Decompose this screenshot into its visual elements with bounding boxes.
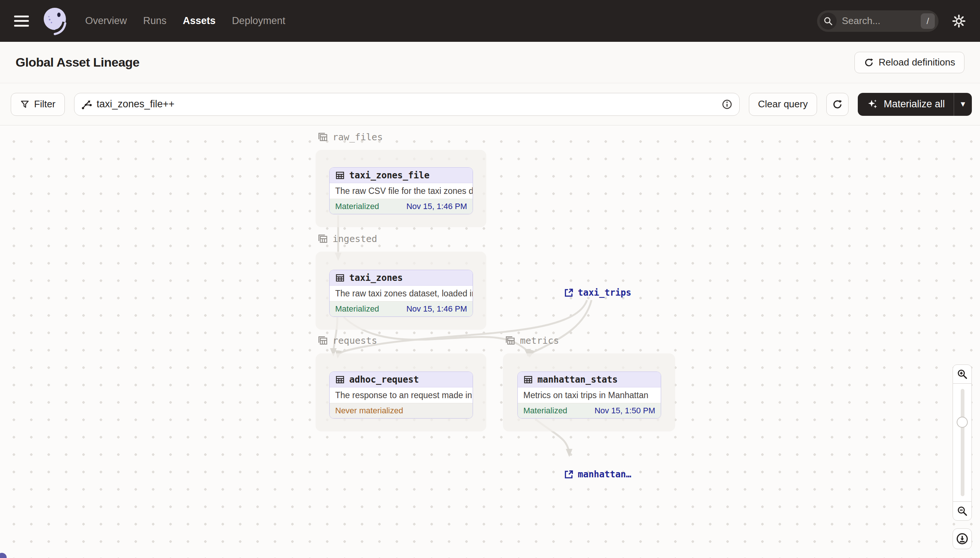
group-name: requests	[333, 335, 377, 346]
group-name: ingested	[333, 233, 377, 244]
nav-link-assets[interactable]: Assets	[183, 15, 216, 27]
group-table-icon	[317, 131, 328, 143]
asset-status: Materialized	[523, 406, 567, 415]
download-icon	[956, 532, 968, 545]
asset-timestamp: Nov 15, 1:46 PM	[406, 202, 467, 211]
search-input[interactable]	[837, 15, 921, 27]
external-link-icon	[564, 287, 574, 298]
top-navbar: Overview Runs Assets Deployment /	[0, 0, 980, 42]
external-asset-taxi-trips[interactable]: taxi_trips	[564, 287, 631, 298]
page-title: Global Asset Lineage	[16, 55, 140, 70]
asset-status-bar: Never materialized	[329, 403, 473, 418]
settings-button[interactable]	[952, 14, 966, 28]
asset-node-manhattan-stats[interactable]: manhattan_stats Metrics on taxi trips in…	[517, 371, 661, 419]
materialize-all-button[interactable]: Materialize all	[858, 93, 954, 116]
zoom-in-icon	[957, 369, 968, 380]
asset-node-adhoc-request[interactable]: adhoc_request The response to an request…	[329, 371, 473, 419]
funnel-icon	[20, 100, 30, 109]
lineage-canvas[interactable]: raw_files ingested requests metrics	[0, 125, 980, 558]
table-icon	[523, 375, 533, 384]
hamburger-menu-icon[interactable]	[14, 16, 29, 27]
group-label-metrics[interactable]: metrics	[504, 335, 559, 346]
materialize-all-split-button: Materialize all ▼	[858, 93, 972, 116]
asset-query-field[interactable]	[74, 93, 740, 116]
asset-name: taxi_zones_file	[349, 170, 430, 181]
download-image-button[interactable]	[953, 528, 972, 549]
external-asset-label: taxi_trips	[578, 287, 631, 298]
dagster-logo[interactable]	[40, 5, 70, 37]
zoom-slider-handle[interactable]	[957, 417, 968, 428]
asset-node-header: taxi_zones	[329, 270, 473, 286]
zoom-slider[interactable]	[953, 384, 972, 501]
clear-query-button[interactable]: Clear query	[749, 93, 817, 116]
table-icon	[335, 375, 345, 384]
group-table-icon	[504, 335, 516, 346]
asset-timestamp: Nov 15, 1:46 PM	[406, 304, 467, 314]
zoom-out-icon	[957, 505, 968, 517]
asset-status-bar: Materialized Nov 15, 1:46 PM	[329, 199, 473, 214]
zoom-out-button[interactable]	[953, 501, 972, 520]
asset-node-taxi-zones-file[interactable]: taxi_zones_file The raw CSV file for the…	[329, 167, 473, 214]
search-icon	[820, 13, 837, 30]
lineage-edges	[0, 125, 980, 558]
group-label-ingested[interactable]: ingested	[317, 233, 377, 244]
group-table-icon	[317, 335, 328, 346]
group-label-raw-files[interactable]: raw_files	[317, 131, 382, 143]
asset-name: taxi_zones	[349, 273, 403, 283]
table-icon	[335, 171, 345, 180]
group-name: metrics	[520, 335, 559, 346]
global-search[interactable]: /	[817, 10, 939, 32]
asset-description: The response to an request made in th...	[329, 387, 473, 403]
refresh-icon	[864, 57, 874, 68]
reload-definitions-label: Reload definitions	[878, 57, 955, 68]
nav-link-deployment[interactable]: Deployment	[232, 15, 285, 27]
external-asset-manhattan[interactable]: manhattan…	[564, 469, 631, 479]
materialize-all-label: Materialize all	[884, 98, 945, 110]
refresh-graph-button[interactable]	[826, 93, 848, 116]
nav-link-runs[interactable]: Runs	[143, 15, 167, 27]
asset-query-input[interactable]	[97, 98, 717, 110]
dagster-logo-icon	[40, 5, 70, 37]
asset-timestamp: Nov 15, 1:50 PM	[595, 406, 655, 415]
info-icon[interactable]	[721, 99, 733, 110]
group-label-requests[interactable]: requests	[317, 335, 377, 346]
sparkles-icon	[867, 98, 878, 110]
asset-status: Materialized	[335, 304, 379, 314]
search-shortcut-badge: /	[921, 13, 935, 29]
asset-description: The raw taxi zones dataset, loaded int..…	[329, 286, 473, 301]
asset-node-header: taxi_zones_file	[329, 167, 473, 183]
filter-label: Filter	[34, 98, 56, 110]
asset-name: adhoc_request	[349, 374, 419, 385]
table-icon	[335, 273, 345, 283]
nav-link-overview[interactable]: Overview	[85, 15, 127, 27]
asset-status-bar: Materialized Nov 15, 1:50 PM	[518, 403, 661, 418]
reload-definitions-button[interactable]: Reload definitions	[855, 52, 964, 73]
gear-icon	[952, 14, 966, 28]
asset-status: Never materialized	[335, 406, 403, 415]
lineage-toolbar: Filter Clear query	[0, 83, 980, 125]
zoom-in-button[interactable]	[953, 364, 972, 384]
materialize-dropdown-caret[interactable]: ▼	[954, 93, 972, 116]
group-table-icon	[317, 233, 328, 244]
lineage-query-icon	[81, 99, 92, 110]
filter-button[interactable]: Filter	[11, 93, 65, 116]
page-header: Global Asset Lineage Reload definitions	[0, 42, 980, 83]
asset-node-header: manhattan_stats	[518, 372, 661, 387]
asset-description: The raw CSV file for the taxi zones dat.…	[329, 183, 473, 199]
asset-description: Metrics on taxi trips in Manhattan	[518, 387, 661, 403]
external-link-icon	[564, 469, 574, 479]
group-name: raw_files	[333, 132, 382, 143]
refresh-icon	[832, 99, 843, 110]
clear-query-label: Clear query	[758, 98, 808, 110]
asset-node-header: adhoc_request	[329, 372, 473, 387]
zoom-controls	[953, 364, 972, 520]
asset-name: manhattan_stats	[537, 374, 618, 385]
external-asset-label: manhattan…	[578, 469, 631, 479]
asset-node-taxi-zones[interactable]: taxi_zones The raw taxi zones dataset, l…	[329, 270, 473, 317]
asset-status: Materialized	[335, 202, 379, 211]
zoom-slider-track[interactable]	[961, 389, 964, 496]
asset-status-bar: Materialized Nov 15, 1:46 PM	[329, 301, 473, 317]
